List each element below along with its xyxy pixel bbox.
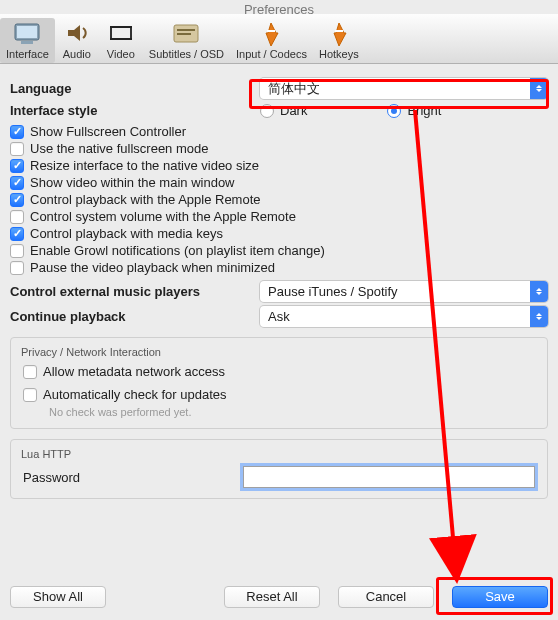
radio-bright[interactable]: Bright	[387, 103, 441, 118]
preferences-toolbar: Interface Audio Video Subtitles / OSD In…	[0, 14, 558, 64]
check-option-6[interactable]: Control playback with media keys	[10, 226, 548, 241]
tab-input-codecs[interactable]: Input / Codecs	[230, 18, 313, 63]
checkbox-icon	[10, 125, 24, 139]
checkbox-icon	[10, 261, 24, 275]
svg-rect-2	[21, 41, 33, 44]
svg-marker-3	[68, 25, 80, 41]
tab-label: Interface	[6, 48, 49, 60]
check-option-1[interactable]: Use the native fullscreen mode	[10, 141, 548, 156]
check-label: Use the native fullscreen mode	[30, 141, 208, 156]
svg-marker-11	[266, 23, 278, 46]
select-value: Pause iTunes / Spotify	[268, 284, 398, 299]
svg-rect-1	[17, 26, 37, 38]
select-value: Ask	[268, 309, 290, 324]
external-players-label: Control external music players	[10, 284, 260, 299]
check-label: Control system volume with the Apple Rem…	[30, 209, 296, 224]
check-label: Pause the video playback when minimized	[30, 260, 275, 275]
svg-rect-9	[177, 29, 195, 31]
external-players-select[interactable]: Pause iTunes / Spotify	[260, 281, 548, 302]
chevron-up-down-icon	[530, 281, 548, 302]
checkbox-icon	[23, 365, 37, 379]
checkbox-icon	[10, 210, 24, 224]
radio-label: Bright	[407, 103, 441, 118]
lua-fieldset: Lua HTTP Password	[10, 439, 548, 499]
language-label: Language	[10, 81, 260, 96]
options-list: Show Fullscreen ControllerUse the native…	[10, 124, 548, 275]
fieldset-legend: Lua HTTP	[21, 448, 535, 460]
checkbox-icon	[10, 244, 24, 258]
svg-rect-6	[110, 26, 132, 28]
check-label: Enable Growl notifications (on playlist …	[30, 243, 325, 258]
check-label: Resize interface to the native video siz…	[30, 158, 259, 173]
tab-label: Input / Codecs	[236, 48, 307, 60]
tab-subtitles[interactable]: Subtitles / OSD	[143, 18, 230, 63]
reset-all-button[interactable]: Reset All	[224, 586, 320, 608]
tab-video[interactable]: Video	[99, 18, 143, 63]
svg-rect-7	[110, 38, 132, 40]
check-option-0[interactable]: Show Fullscreen Controller	[10, 124, 548, 139]
tab-audio[interactable]: Audio	[55, 18, 99, 63]
window-title: Preferences	[0, 0, 558, 14]
check-option-2[interactable]: Resize interface to the native video siz…	[10, 158, 548, 173]
interface-style-label: Interface style	[10, 103, 260, 118]
save-button[interactable]: Save	[452, 586, 548, 608]
check-auto-update[interactable]: Automatically check for updates	[23, 387, 535, 402]
check-option-3[interactable]: Show video within the main window	[10, 175, 548, 190]
checkbox-icon	[23, 388, 37, 402]
continue-playback-label: Continue playback	[10, 309, 260, 324]
radio-label: Dark	[280, 103, 307, 118]
checkbox-icon	[10, 159, 24, 173]
checkbox-icon	[10, 227, 24, 241]
tab-label: Audio	[63, 48, 91, 60]
radio-dark[interactable]: Dark	[260, 103, 307, 118]
svg-rect-5	[112, 28, 130, 38]
tab-label: Video	[107, 48, 135, 60]
check-label: Control playback with the Apple Remote	[30, 192, 261, 207]
check-option-5[interactable]: Control system volume with the Apple Rem…	[10, 209, 548, 224]
password-input[interactable]	[243, 466, 535, 488]
radio-icon	[387, 104, 401, 118]
tab-label: Hotkeys	[319, 48, 359, 60]
checkbox-icon	[10, 176, 24, 190]
fieldset-legend: Privacy / Network Interaction	[21, 346, 535, 358]
tab-interface[interactable]: Interface	[0, 18, 55, 63]
password-label: Password	[23, 470, 233, 485]
check-label: Automatically check for updates	[43, 387, 227, 402]
check-label: Control playback with media keys	[30, 226, 223, 241]
tab-label: Subtitles / OSD	[149, 48, 224, 60]
check-label: Allow metadata network access	[43, 364, 225, 379]
check-option-4[interactable]: Control playback with the Apple Remote	[10, 192, 548, 207]
tab-hotkeys[interactable]: Hotkeys	[313, 18, 365, 63]
continue-playback-select[interactable]: Ask	[260, 306, 548, 327]
radio-icon	[260, 104, 274, 118]
svg-rect-14	[335, 30, 343, 32]
checkbox-icon	[10, 193, 24, 207]
check-label: Show video within the main window	[30, 175, 235, 190]
cancel-button[interactable]: Cancel	[338, 586, 434, 608]
chevron-up-down-icon	[530, 306, 548, 327]
checkbox-icon	[10, 142, 24, 156]
check-option-8[interactable]: Pause the video playback when minimized	[10, 260, 548, 275]
privacy-fieldset: Privacy / Network Interaction Allow meta…	[10, 337, 548, 429]
no-check-text: No check was performed yet.	[49, 406, 535, 418]
check-label: Show Fullscreen Controller	[30, 124, 186, 139]
check-option-7[interactable]: Enable Growl notifications (on playlist …	[10, 243, 548, 258]
svg-marker-13	[334, 23, 346, 46]
show-all-button[interactable]: Show All	[10, 586, 106, 608]
language-value: 简体中文	[268, 80, 320, 98]
svg-rect-12	[267, 30, 275, 32]
svg-rect-10	[177, 33, 191, 35]
check-allow-metadata[interactable]: Allow metadata network access	[23, 364, 535, 379]
chevron-up-down-icon	[530, 78, 548, 99]
language-select[interactable]: 简体中文	[260, 78, 548, 99]
